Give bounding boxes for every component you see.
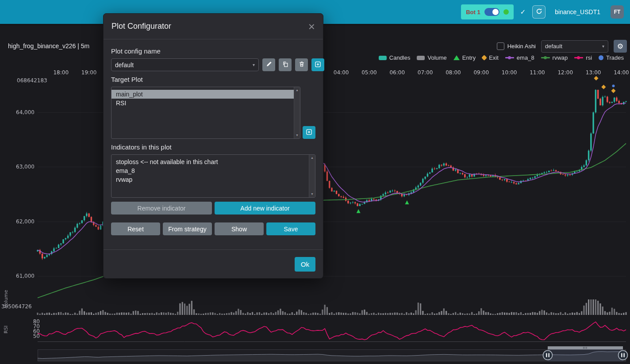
heikin-ashi-checkbox[interactable]: [497, 42, 504, 50]
rvwap-dot-icon: [544, 56, 547, 59]
pair-label: binance_USDT1: [555, 8, 600, 15]
legend-label: ema_8: [517, 54, 534, 61]
legend-label: rvwap: [553, 54, 568, 61]
exit-diamond-icon: [481, 55, 487, 61]
target-plot-list[interactable]: main_plotRSI ▲ ▼: [111, 87, 300, 139]
indicator-item[interactable]: rvwap: [111, 175, 309, 184]
indicator-buttons-row: Remove indicator Add new indicator: [111, 202, 315, 215]
candles-marker-icon: [379, 56, 387, 60]
target-plot-label: Target Plot: [111, 76, 315, 83]
copy-icon: [282, 61, 288, 69]
rename-config-button[interactable]: [262, 58, 275, 71]
delete-config-button[interactable]: [295, 58, 308, 71]
bot-selector-chip[interactable]: Bot 1: [461, 4, 514, 19]
pencil-icon: [266, 61, 272, 69]
duplicate-config-button[interactable]: [279, 58, 292, 71]
ok-button[interactable]: Ok: [295, 257, 315, 272]
reset-button[interactable]: Reset: [111, 222, 160, 235]
legend-item-volume[interactable]: Volume: [417, 54, 446, 61]
legend-label: rsi: [586, 54, 592, 61]
legend-label: Candles: [389, 54, 411, 61]
plot-config-select[interactable]: default ▾: [541, 40, 608, 53]
modal-title: Plot Configurator: [111, 22, 171, 31]
rvwap-line-icon: [541, 57, 550, 58]
modal-header: Plot Configurator ×: [104, 14, 323, 39]
add-subplot-column: [303, 87, 315, 139]
plot-config-name-label: Plot config name: [111, 47, 315, 55]
scroll-down-icon[interactable]: ▼: [296, 132, 299, 138]
heikin-ashi-label: Heikin Ashi: [507, 43, 536, 50]
plot-configurator-modal: Plot Configurator × Plot config name def…: [103, 13, 323, 279]
legend-item-rvwap[interactable]: rvwap: [541, 54, 568, 61]
modal-close-button[interactable]: ×: [308, 21, 315, 32]
plus-square-icon: [306, 129, 312, 137]
user-avatar[interactable]: FT: [611, 5, 624, 19]
modal-body: Plot config name default ▾ Target Plot m…: [104, 39, 323, 235]
volume-marker-icon: [417, 56, 425, 60]
target-plot-item[interactable]: main_plot: [111, 90, 294, 99]
add-new-indicator-button[interactable]: Add new indicator: [215, 202, 315, 215]
avatar-initials: FT: [614, 9, 621, 15]
bot-name-label: Bot 1: [466, 9, 480, 15]
save-button[interactable]: Save: [266, 222, 315, 235]
scroll-up-icon[interactable]: ▲: [296, 87, 299, 93]
config-name-row: default ▾: [111, 58, 315, 71]
rsi-dot-icon: [577, 56, 580, 59]
indicator-item[interactable]: ema_8: [111, 166, 309, 175]
legend-item-entry[interactable]: Entry: [453, 54, 476, 61]
indicators-label: Indicators in this plot: [111, 143, 315, 151]
refresh-button[interactable]: [532, 5, 545, 19]
from-strategy-button[interactable]: From strategy: [163, 222, 212, 235]
toggle-knob: [492, 9, 499, 15]
ema_8-dot-icon: [508, 56, 511, 59]
legend-item-candles[interactable]: Candles: [379, 54, 411, 61]
chevron-down-icon: ▾: [602, 44, 604, 49]
show-button[interactable]: Show: [215, 222, 264, 235]
legend-item-exit[interactable]: Exit: [482, 54, 499, 61]
legend-item-trades[interactable]: Trades: [599, 54, 624, 61]
chart-title: high_frog_binance_v226 | 5m: [8, 42, 89, 50]
chart-legend: CandlesVolumeEntryExitema_8rvwaprsiTrade…: [379, 54, 624, 61]
legend-item-rsi[interactable]: rsi: [574, 54, 592, 61]
add-config-button[interactable]: [311, 58, 324, 71]
legend-item-ema_8[interactable]: ema_8: [505, 54, 534, 61]
remove-indicator-button[interactable]: Remove indicator: [111, 202, 212, 215]
add-subplot-button[interactable]: [303, 126, 315, 139]
refresh-icon: [536, 8, 542, 16]
gear-icon: ⚙: [617, 42, 623, 50]
heikin-ashi-control[interactable]: Heikin Ashi: [497, 42, 536, 50]
bot-online-dot: [503, 9, 509, 15]
plot-config-select-value: default: [545, 43, 562, 50]
ema_8-line-icon: [505, 57, 514, 58]
scrollbar[interactable]: ▲ ▼: [294, 87, 300, 138]
legend-label: Trades: [606, 54, 624, 61]
config-buttons-row: Reset From strategy Show Save: [111, 222, 315, 235]
app-root: Bot 1 ✓ binance_USDT1 FT high_frog_binan…: [0, 0, 630, 364]
config-name-select[interactable]: default ▾: [111, 58, 259, 71]
chevron-down-icon: ▾: [253, 62, 255, 67]
plus-square-icon: [315, 61, 321, 69]
check-icon: ✓: [520, 8, 526, 16]
indicator-item[interactable]: stoploss <-- not available in this chart: [111, 157, 309, 166]
legend-label: Exit: [489, 54, 499, 61]
legend-label: Entry: [462, 54, 476, 61]
trash-icon: [299, 61, 305, 69]
scroll-down-icon[interactable]: ▼: [311, 191, 314, 197]
target-plot-item[interactable]: RSI: [111, 99, 294, 107]
plot-configurator-button[interactable]: ⚙: [614, 40, 627, 53]
legend-label: Volume: [427, 54, 446, 61]
trades-circle-icon: [599, 55, 603, 60]
entry-triangle-icon: [453, 55, 460, 60]
indicator-list[interactable]: stoploss <-- not available in this chart…: [111, 154, 315, 198]
scroll-up-icon[interactable]: ▲: [311, 155, 314, 161]
bot-toggle[interactable]: [484, 8, 499, 16]
rsi-line-icon: [574, 57, 583, 58]
scrollbar[interactable]: ▲ ▼: [309, 155, 315, 197]
modal-footer: Ok: [104, 249, 323, 278]
chart-controls: Heikin Ashi default ▾ ⚙: [497, 40, 627, 53]
config-name-value: default: [115, 61, 134, 69]
target-plot-row: main_plotRSI ▲ ▼: [111, 87, 315, 139]
